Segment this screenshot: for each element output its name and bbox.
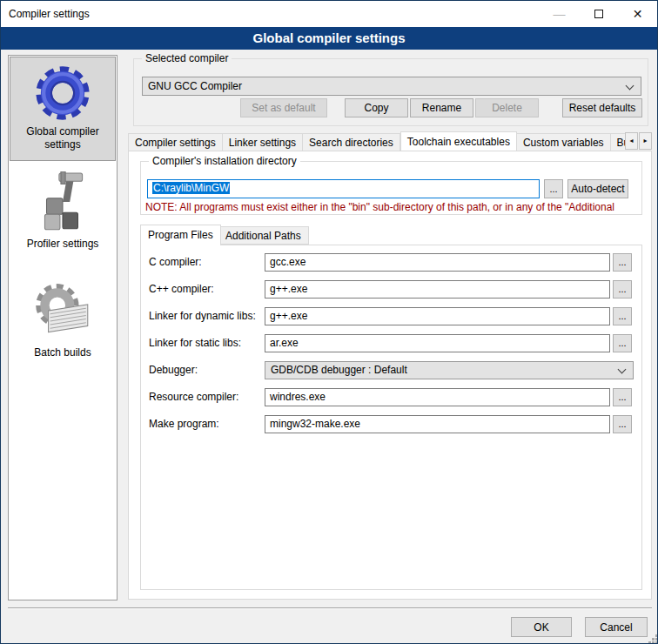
- resource-compiler-input[interactable]: windres.exe: [265, 388, 610, 406]
- tab-scroll-left-button[interactable]: ◂: [625, 132, 638, 150]
- c-compiler-label: C compiler:: [149, 256, 202, 268]
- tab-linker-settings[interactable]: Linker settings: [223, 133, 303, 151]
- debugger-dropdown[interactable]: GDB/CDB debugger : Default: [265, 361, 634, 379]
- rename-button[interactable]: Rename: [410, 98, 473, 117]
- selected-compiler-dropdown[interactable]: GNU GCC Compiler: [142, 77, 641, 96]
- close-icon: ✕: [633, 7, 643, 21]
- sidebar-item-batch-builds[interactable]: Batch builds: [10, 275, 116, 372]
- title-bar: Compiler settings — ✕: [1, 1, 657, 27]
- sidebar-item-label: Profiler settings: [10, 236, 116, 254]
- installation-directory-input[interactable]: C:\raylib\MinGW: [147, 179, 540, 198]
- bin-subdirectory-note: NOTE: All programs must exist either in …: [145, 201, 641, 213]
- selected-path-text: C:\raylib\MinGW: [152, 182, 230, 194]
- sidebar-item-label: Global compiler settings: [10, 124, 115, 155]
- linker-dynamic-label: Linker for dynamic libs:: [149, 310, 256, 322]
- minimize-button[interactable]: —: [540, 1, 579, 27]
- chevron-down-icon: [618, 366, 627, 374]
- settings-category-list: Global compiler settings Profiler settin…: [8, 55, 118, 600]
- tab-scroll-right-button[interactable]: ▸: [639, 132, 652, 150]
- debugger-label: Debugger:: [149, 364, 198, 376]
- installation-directory-group-label: Compiler's installation directory: [149, 155, 300, 167]
- minimize-icon: —: [554, 7, 566, 21]
- cancel-button[interactable]: Cancel: [585, 617, 648, 637]
- sidebar-item-label: Batch builds: [10, 345, 116, 363]
- resource-compiler-label: Resource compiler:: [149, 391, 238, 403]
- footer-separator: [8, 607, 652, 609]
- tab-toolchain-executables[interactable]: Toolchain executables: [400, 131, 517, 151]
- make-program-label: Make program:: [149, 418, 219, 430]
- close-button[interactable]: ✕: [618, 1, 657, 27]
- linker-static-label: Linker for static libs:: [149, 337, 241, 349]
- linker-static-input[interactable]: ar.exe: [265, 334, 610, 352]
- maximize-button[interactable]: [579, 1, 618, 27]
- profiler-caliper-icon: [34, 171, 91, 236]
- linker-static-browse-button[interactable]: ...: [613, 334, 632, 352]
- blue-gear-icon: [32, 63, 93, 124]
- copy-button[interactable]: Copy: [345, 98, 408, 117]
- make-program-input[interactable]: mingw32-make.exe: [265, 415, 610, 433]
- cpp-compiler-browse-button[interactable]: ...: [613, 280, 632, 299]
- auto-detect-button[interactable]: Auto-detect: [567, 179, 628, 198]
- c-compiler-browse-button[interactable]: ...: [613, 253, 632, 272]
- tab-custom-variables[interactable]: Custom variables: [517, 133, 611, 151]
- cpp-compiler-input[interactable]: g++.exe: [265, 280, 610, 299]
- batch-builds-icon: [32, 280, 93, 345]
- tab-program-files[interactable]: Program Files: [140, 225, 221, 245]
- set-as-default-button[interactable]: Set as default: [240, 98, 327, 117]
- maximize-icon: [594, 10, 603, 18]
- reset-defaults-button[interactable]: Reset defaults: [562, 98, 642, 117]
- chevron-down-icon: [626, 82, 634, 91]
- c-compiler-input[interactable]: gcc.exe: [265, 253, 610, 272]
- cpp-compiler-label: C++ compiler:: [149, 283, 214, 295]
- make-program-browse-button[interactable]: ...: [613, 415, 632, 433]
- sidebar-item-global-compiler-settings[interactable]: Global compiler settings: [10, 57, 116, 161]
- sidebar-item-profiler-settings[interactable]: Profiler settings: [10, 166, 116, 264]
- window-title: Compiler settings: [1, 8, 90, 20]
- linker-dynamic-input[interactable]: g++.exe: [265, 307, 610, 325]
- compiler-tabs: Compiler settings Linker settings Search…: [128, 131, 625, 151]
- tab-build-options-clipped[interactable]: Builc: [611, 133, 625, 151]
- linker-dynamic-browse-button[interactable]: ...: [613, 307, 632, 325]
- compiler-settings-dialog: Compiler settings — ✕ Global compiler se…: [0, 0, 658, 644]
- resource-compiler-browse-button[interactable]: ...: [613, 388, 632, 406]
- selected-compiler-group-label: Selected compiler: [142, 52, 232, 64]
- resize-grip[interactable]: [652, 638, 655, 641]
- tab-additional-paths[interactable]: Additional Paths: [218, 226, 309, 245]
- delete-button[interactable]: Delete: [475, 98, 539, 117]
- tab-search-directories[interactable]: Search directories: [303, 133, 400, 151]
- browse-directory-button[interactable]: ...: [544, 179, 563, 198]
- tab-compiler-settings[interactable]: Compiler settings: [128, 133, 223, 151]
- banner-title: Global compiler settings: [1, 27, 657, 50]
- ok-button[interactable]: OK: [511, 617, 572, 637]
